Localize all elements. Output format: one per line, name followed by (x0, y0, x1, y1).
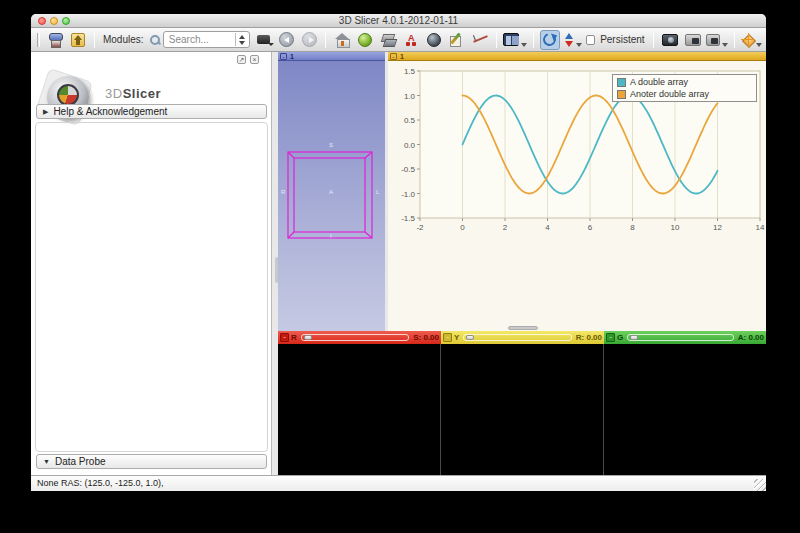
module-forward-button[interactable] (299, 30, 319, 50)
rotate-mode-icon (541, 31, 558, 48)
editor-module-button[interactable] (447, 30, 467, 50)
red-slice-view[interactable]: - R S: 0.00 (278, 331, 441, 475)
chart-view-header[interactable]: - 1 (388, 52, 766, 61)
toolbar-separator (734, 32, 735, 48)
history-forward-icon (302, 32, 317, 47)
resize-grip-icon[interactable] (754, 479, 766, 491)
dropdown-caret-icon (756, 43, 762, 47)
green-slice-viewport[interactable] (604, 344, 766, 475)
dropdown-caret-icon (722, 43, 728, 47)
view-pin-button[interactable]: - (606, 333, 615, 342)
svg-text:10: 10 (671, 223, 680, 232)
panel-close-icon[interactable]: × (250, 55, 259, 64)
svg-text:4: 4 (545, 223, 550, 232)
scene-view-restore-button[interactable] (706, 30, 729, 50)
threeD-view[interactable]: - 1 S I R L A (278, 52, 385, 331)
models-sphere-icon (427, 33, 441, 47)
threeD-view-header[interactable]: - 1 (278, 52, 385, 61)
chart-view-tag: 1 (400, 53, 404, 60)
dropdown-caret-icon (521, 43, 527, 47)
data-probe-section[interactable]: ▼Data Probe (36, 454, 267, 469)
svg-text:8: 8 (630, 223, 635, 232)
screenshot-button[interactable] (660, 30, 680, 50)
save-scene-button[interactable] (68, 30, 88, 50)
screenshot-icon (662, 34, 678, 46)
scene-view-capture-button[interactable] (683, 30, 703, 50)
annotations-module-button[interactable]: A (401, 30, 421, 50)
expanded-arrow-icon: ▼ (43, 455, 50, 468)
view-pin-button[interactable]: - (280, 333, 289, 342)
home-module-button[interactable] (332, 30, 352, 50)
help-section-label: Help & Acknowledgement (53, 106, 167, 117)
module-panel: ↗ × 3DSlicer ▶Help & Acknowledgement ▼Da… (31, 52, 272, 475)
toolbar-separator (533, 32, 534, 48)
toolbar-separator (94, 32, 95, 48)
stepper-down-icon (239, 41, 245, 45)
svg-text:-2: -2 (416, 223, 424, 232)
toolbar-grip[interactable] (37, 33, 40, 47)
layout-selector-button[interactable] (503, 30, 527, 50)
yellow-slice-viewport[interactable] (441, 344, 604, 475)
view-pin-button[interactable]: - (390, 53, 397, 60)
extensions-sphere-icon (358, 33, 372, 47)
red-slice-viewport[interactable] (278, 344, 441, 475)
view-pin-button[interactable]: - (443, 333, 452, 342)
measurements-module-button[interactable] (470, 30, 490, 50)
crosshair-star-icon (741, 33, 754, 47)
legend-label-series2: Anoter double array (630, 89, 709, 99)
chart-view[interactable]: - 1 -2024681012141.51.00.50.0-0.5-1.0-1.… (388, 52, 766, 331)
axis-label-anterior: A (329, 189, 333, 195)
view-pin-button[interactable]: - (280, 53, 287, 60)
place-mode-button[interactable] (563, 30, 583, 50)
module-panel-header: ↗ × (31, 52, 271, 65)
slider-handle[interactable] (304, 335, 312, 340)
data-layers-icon (381, 33, 396, 46)
help-acknowledgement-section[interactable]: ▶Help & Acknowledgement (36, 104, 267, 119)
module-history-button[interactable] (253, 30, 273, 50)
yellow-slice-view[interactable]: - Y R: 0.00 (441, 331, 604, 475)
green-slice-label: G (617, 333, 623, 342)
yellow-slice-offset-slider[interactable] (463, 334, 571, 341)
search-icon[interactable] (149, 34, 160, 46)
crosshair-button[interactable] (741, 30, 762, 50)
green-slice-controller-bar: - G A: 0.00 (604, 331, 766, 344)
red-slice-controller-bar: - R S: 0.00 (278, 331, 441, 344)
svg-text:1.0: 1.0 (404, 92, 416, 101)
title-bar[interactable]: 3D Slicer 4.0.1-2012-01-11 (31, 14, 766, 28)
status-bar: None RAS: (125.0, -125.0, 1.0), (31, 475, 766, 491)
annotations-icon: A (404, 33, 418, 47)
yellow-slice-controller-bar: - Y R: 0.00 (441, 331, 604, 344)
load-data-button[interactable] (45, 30, 65, 50)
legend-swatch-series1 (617, 78, 626, 87)
row-splitter-handle[interactable] (508, 326, 538, 330)
module-back-button[interactable] (276, 30, 296, 50)
slider-handle[interactable] (630, 335, 638, 340)
slicer-window: 3D Slicer 4.0.1-2012-01-11 Modules: Sear… (31, 14, 766, 491)
layout-icon (503, 33, 519, 46)
svg-text:1.5: 1.5 (404, 67, 416, 76)
svg-text:-0.5: -0.5 (401, 165, 415, 174)
legend-item: Anoter double array (617, 89, 752, 99)
chart-canvas[interactable]: -2024681012141.51.00.50.0-0.5-1.0-1.5 A … (388, 61, 766, 331)
view-transform-mode-button[interactable] (540, 30, 560, 50)
panel-undock-icon[interactable]: ↗ (237, 55, 246, 64)
screenshot-stage: 3D Slicer 4.0.1-2012-01-11 Modules: Sear… (0, 0, 800, 533)
home-icon (335, 33, 350, 46)
logo-text: 3DSlicer (105, 86, 161, 101)
red-slice-offset-slider[interactable] (301, 334, 409, 341)
module-search-combobox[interactable]: Search... (163, 31, 250, 48)
yellow-slice-label: Y (454, 333, 459, 342)
green-slice-offset-slider[interactable] (627, 334, 734, 341)
legend-label-series1: A double array (630, 77, 688, 87)
status-text: None RAS: (125.0, -125.0, 1.0), (37, 478, 164, 488)
red-slice-label: R (291, 333, 297, 342)
green-slice-view[interactable]: - G A: 0.00 (604, 331, 766, 475)
toolbar-separator (496, 32, 497, 48)
extensions-module-button[interactable] (355, 30, 375, 50)
persistent-checkbox[interactable] (586, 35, 596, 45)
data-module-button[interactable] (378, 30, 398, 50)
combobox-stepper[interactable] (235, 33, 248, 46)
threeD-viewport[interactable]: S I R L A (278, 61, 385, 331)
slider-handle[interactable] (466, 335, 474, 340)
models-module-button[interactable] (424, 30, 444, 50)
